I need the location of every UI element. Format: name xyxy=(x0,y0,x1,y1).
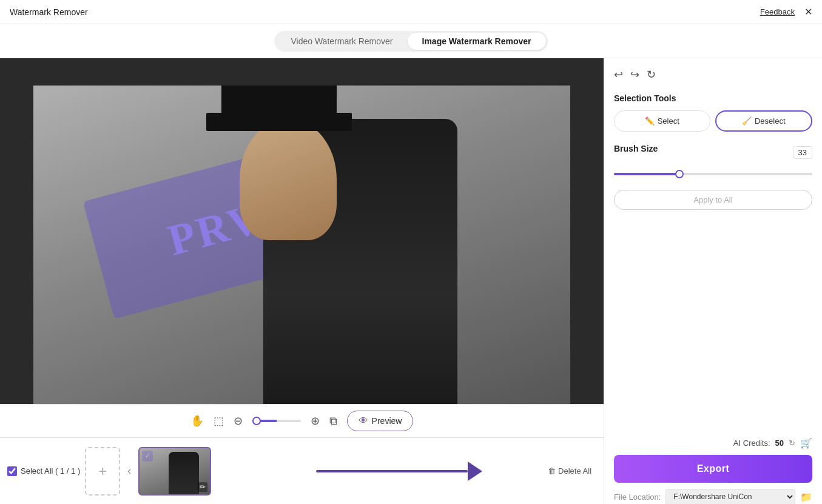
selection-tools-row: ✏️ Select 🧹 Deselect xyxy=(614,110,812,132)
select-tool-button[interactable]: ⬚ xyxy=(214,414,224,428)
preview-button[interactable]: 👁 Preview xyxy=(347,411,414,431)
select-all-checkbox[interactable] xyxy=(7,466,17,476)
brush-size-label: Brush Size xyxy=(614,144,658,153)
zoom-slider-container xyxy=(252,420,301,422)
right-panel: ↩ ↪ ↻ Selection Tools ✏️ Select 🧹 Desele… xyxy=(604,58,822,437)
figure-face xyxy=(240,119,337,240)
ai-credits-value: 50 xyxy=(775,438,784,448)
brush-section: Brush Size 33 xyxy=(614,144,812,178)
file-location-label: File Location: xyxy=(614,492,661,502)
add-image-button[interactable]: + xyxy=(85,447,120,496)
canvas-toolbar: ✋ ⬚ ⊖ ⊕ ⧉ 👁 Preview xyxy=(0,404,604,437)
ai-credits-label: AI Credits: xyxy=(733,438,770,448)
close-button[interactable]: ✕ xyxy=(804,6,812,18)
brush-value: 33 xyxy=(793,146,812,159)
deselect-tool-btn[interactable]: 🧹 Deselect xyxy=(715,110,813,132)
app-title: Watermark Remover xyxy=(10,7,88,17)
feedback-link[interactable]: Feedback xyxy=(760,7,795,16)
select-all-label: Select All ( 1 / 1 ) xyxy=(21,466,80,475)
delete-all-button[interactable]: 🗑 Delete All xyxy=(536,466,604,475)
main-content: PRVT ✋ ⬚ ⊖ ⊕ ⧉ 👁 Preview xyxy=(0,58,822,437)
arrow-head xyxy=(468,462,482,481)
deselect-btn-label: Deselect xyxy=(755,116,786,126)
refresh-button[interactable]: ↻ xyxy=(647,68,656,81)
tab-image[interactable]: Image Watermark Remover xyxy=(408,33,546,50)
preview-label: Preview xyxy=(372,416,402,426)
selection-tools-label: Selection Tools xyxy=(614,93,812,103)
pan-tool-button[interactable]: ✋ xyxy=(190,414,204,428)
photo-display: PRVT xyxy=(33,86,570,410)
undo-button[interactable]: ↩ xyxy=(614,68,623,81)
pencil-icon: ✏️ xyxy=(645,116,655,126)
zoom-in-button[interactable]: ⊕ xyxy=(311,414,320,428)
prev-arrow[interactable]: ‹ xyxy=(125,462,133,480)
thumbnail-edit-icon: ✏ xyxy=(198,482,207,492)
thumbnail-figure xyxy=(169,452,199,494)
eye-icon: 👁 xyxy=(359,415,368,426)
file-location-select[interactable]: F:\Wondershare UniCon xyxy=(665,489,795,504)
cart-icon[interactable]: 🛒 xyxy=(800,437,812,449)
thumbnail-item[interactable]: ✓ ✏ xyxy=(138,447,211,496)
split-view-button[interactable]: ⧉ xyxy=(329,415,337,428)
right-bottom-panel: AI Credits: 50 ↻ 🛒 Export File Location:… xyxy=(604,431,822,504)
select-btn-label: Select xyxy=(658,116,679,126)
refresh-credits-icon[interactable]: ↻ xyxy=(789,438,795,448)
credits-row: AI Credits: 50 ↻ 🛒 xyxy=(614,437,812,449)
export-button[interactable]: Export xyxy=(614,455,812,483)
titlebar-right: Feedback ✕ xyxy=(760,6,812,18)
bottom-strip: Select All ( 1 / 1 ) + ‹ ✓ ✏ 🗑 Delete Al… xyxy=(0,437,822,504)
brush-header: Brush Size 33 xyxy=(614,144,812,161)
cap-top xyxy=(221,86,337,113)
image-container: PRVT xyxy=(33,86,570,410)
redo-button[interactable]: ↪ xyxy=(630,68,639,81)
delete-all-label: Delete All xyxy=(558,466,591,475)
tab-bar: Video Watermark Remover Image Watermark … xyxy=(0,24,822,58)
eraser-icon: 🧹 xyxy=(742,116,752,126)
arrow-line xyxy=(316,470,468,472)
canvas-area[interactable]: PRVT ✋ ⬚ ⊖ ⊕ ⧉ 👁 Preview xyxy=(0,58,604,437)
file-location-row: File Location: F:\Wondershare UniCon 📁 xyxy=(614,489,812,504)
plus-icon: + xyxy=(98,463,107,480)
panel-icons: ↩ ↪ ↻ xyxy=(614,68,812,81)
zoom-slider[interactable] xyxy=(252,420,301,422)
cap-brim xyxy=(206,113,352,131)
select-all-container: Select All ( 1 / 1 ) xyxy=(7,466,80,476)
titlebar: Watermark Remover Feedback ✕ xyxy=(0,0,822,24)
select-tool-btn[interactable]: ✏️ Select xyxy=(614,110,710,132)
folder-icon[interactable]: 📁 xyxy=(800,491,812,503)
titlebar-left: Watermark Remover xyxy=(10,7,88,17)
apply-to-all-button[interactable]: Apply to All xyxy=(614,190,812,210)
trash-icon: 🗑 xyxy=(548,466,556,475)
zoom-out-button[interactable]: ⊖ xyxy=(234,414,243,428)
tab-group: Video Watermark Remover Image Watermark … xyxy=(274,31,547,52)
arrow-decoration xyxy=(263,462,536,481)
filmstrip-area: Select All ( 1 / 1 ) + ‹ ✓ ✏ xyxy=(0,447,263,496)
brush-slider[interactable] xyxy=(614,173,812,175)
tab-video[interactable]: Video Watermark Remover xyxy=(276,33,407,50)
